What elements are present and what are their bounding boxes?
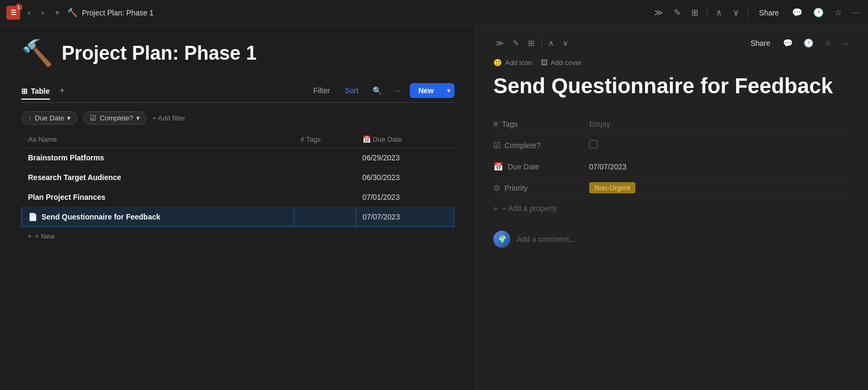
complete-filter-label: Complete? — [100, 114, 133, 122]
top-bar-right: ≫ ✎ ⊞ ∧ ∨ Share 💬 🕐 ☆ ··· — [652, 5, 862, 20]
right-share-button[interactable]: Share — [746, 37, 774, 50]
main-layout: 🔨 Project Plan: Phase 1 ⊞ Table + Filter… — [0, 26, 868, 390]
table-row[interactable]: Research Target Audience 06/30/2023 — [22, 168, 454, 188]
nav-next-button[interactable]: ∨ — [560, 36, 571, 50]
data-table: Aa Name # Tags 📅 Due Date Brainstorm Pla… — [21, 131, 454, 227]
add-icon-button[interactable]: 🙂 Add icon — [493, 59, 532, 67]
sort-button[interactable]: Sort — [341, 84, 363, 97]
property-label-complete: ☑ Complete? — [493, 141, 589, 150]
table-tab[interactable]: ⊞ Table — [21, 87, 50, 100]
expand-button[interactable]: ≫ — [493, 36, 506, 50]
new-button-group: New ▾ — [410, 83, 454, 98]
filter-button[interactable]: Filter — [309, 84, 334, 97]
row-doc-icon: 📄 — [28, 213, 37, 221]
comments-button[interactable]: 💬 — [790, 5, 805, 20]
view-button[interactable]: ⊞ — [526, 36, 537, 50]
right-star-button[interactable]: ☆ — [822, 36, 833, 50]
sort-icon: ↑ — [28, 114, 32, 122]
history-button[interactable]: 🕐 — [811, 5, 826, 20]
add-property-button[interactable]: + + Add a property — [493, 199, 557, 218]
nav-forward-button[interactable]: › — [38, 6, 47, 20]
right-panel-topbar: ≫ ✎ ⊞ ∧ ∨ Share 💬 🕐 ☆ ··· — [493, 36, 851, 50]
add-view-button[interactable]: + — [56, 84, 69, 98]
property-value-tags[interactable]: Empty — [589, 120, 851, 128]
left-panel: 🔨 Project Plan: Phase 1 ⊞ Table + Filter… — [0, 26, 476, 390]
detail-title: Send Questionnaire for Feedback — [493, 73, 851, 99]
star-button[interactable]: ☆ — [832, 5, 844, 20]
right-history-button[interactable]: 🕐 — [801, 36, 816, 50]
edit-icon-button[interactable]: ✎ — [672, 5, 683, 20]
add-filter-button[interactable]: + Add filter — [152, 114, 185, 122]
row-name-cell-selected: 📄 Send Questionnaire for Feedback — [22, 207, 294, 227]
property-row-tags: # Tags Empty — [493, 113, 851, 135]
top-bar: ☰ 1 ‹ › + 🔨 Project Plan: Phase 1 ≫ ✎ ⊞ … — [0, 0, 868, 26]
share-button[interactable]: Share — [755, 6, 783, 19]
top-bar-left: ☰ 1 ‹ › + 🔨 Project Plan: Phase 1 — [6, 6, 652, 20]
sidebar-toggle-button[interactable]: ≫ — [652, 5, 665, 20]
row-tags-cell — [294, 148, 356, 168]
edit-page-button[interactable]: ✎ — [510, 36, 522, 50]
add-new-icon: + — [28, 232, 32, 240]
add-new-row-button[interactable]: + + New — [21, 227, 454, 246]
search-button[interactable]: 🔍 — [369, 84, 385, 97]
due-date-filter-chevron: ▾ — [67, 114, 71, 122]
row-date-cell: 06/29/2023 — [356, 148, 454, 168]
right-panel: ≫ ✎ ⊞ ∧ ∨ Share 💬 🕐 ☆ ··· 🙂 Add icon 🖼 A… — [476, 26, 868, 390]
priority-badge: Non-Urgent — [589, 182, 635, 193]
right-topbar-left: ≫ ✎ ⊞ ∧ ∨ — [493, 36, 740, 50]
comment-section: 🌍 Add a comment... — [493, 231, 851, 248]
row-name-cell: Research Target Audience — [22, 168, 294, 188]
complete-filter-chevron: ▾ — [136, 114, 140, 122]
table-row[interactable]: Plan Project Finances 07/01/2023 — [22, 188, 454, 207]
complete-checkbox[interactable] — [589, 140, 598, 149]
table-row-selected[interactable]: 📄 Send Questionnaire for Feedback 07/07/… — [22, 207, 454, 227]
col-tags-header: # Tags — [294, 131, 356, 148]
property-label-tags: # Tags — [493, 119, 589, 128]
nav-down-button[interactable]: ∨ — [731, 5, 741, 20]
add-meta-row: 🙂 Add icon 🖼 Add cover — [493, 59, 851, 67]
divider — [707, 7, 707, 18]
page-main-title: Project Plan: Phase 1 — [62, 42, 257, 64]
nav-back-button[interactable]: ‹ — [24, 6, 34, 20]
new-item-button[interactable]: New — [410, 83, 442, 98]
row-name-cell: Plan Project Finances — [22, 188, 294, 207]
complete-prop-icon: ☑ — [493, 141, 500, 150]
due-date-filter-chip[interactable]: ↑ Due Date ▾ — [21, 111, 78, 125]
property-value-priority[interactable]: Non-Urgent — [589, 182, 851, 193]
add-cover-button[interactable]: 🖼 Add cover — [541, 59, 582, 67]
page-header: 🔨 Project Plan: Phase 1 — [21, 38, 454, 68]
priority-prop-icon: ⊙ — [493, 183, 500, 193]
comment-input[interactable]: Add a comment... — [517, 235, 575, 243]
table-header-row: Aa Name # Tags 📅 Due Date — [22, 131, 454, 148]
nav-up-button[interactable]: ∧ — [714, 5, 724, 20]
col-duedate-header: 📅 Due Date — [356, 131, 454, 148]
duedate-prop-icon: 📅 — [493, 162, 503, 172]
complete-filter-chip[interactable]: ☑ Complete? ▾ — [83, 111, 147, 125]
user-avatar: 🌍 — [493, 231, 510, 248]
row-name-cell: Brainstorm Platforms — [22, 148, 294, 168]
menu-button[interactable]: ☰ 1 — [6, 6, 20, 20]
notification-badge: 1 — [15, 4, 22, 11]
page-icon: 🔨 — [67, 7, 78, 18]
add-page-button[interactable]: + — [52, 6, 63, 20]
new-item-dropdown-button[interactable]: ▾ — [442, 83, 454, 98]
add-property-icon: + — [493, 204, 498, 213]
add-new-label: + New — [35, 232, 55, 240]
property-value-duedate[interactable]: 07/07/2023 — [589, 162, 851, 171]
col-name-header: Aa Name — [22, 131, 294, 148]
property-value-complete[interactable] — [589, 140, 851, 150]
row-date-cell: 06/30/2023 — [356, 168, 454, 188]
right-more-button[interactable]: ··· — [840, 37, 851, 50]
row-date-cell-selected: 07/07/2023 — [356, 207, 454, 227]
row-date-cell: 07/01/2023 — [356, 188, 454, 207]
right-divider — [541, 38, 542, 48]
nav-prev-button[interactable]: ∧ — [546, 36, 556, 50]
right-comments-button[interactable]: 💬 — [781, 36, 795, 50]
property-label-priority: ⊙ Priority — [493, 183, 589, 193]
layout-button[interactable]: ⊞ — [689, 5, 700, 20]
table-toolbar: ⊞ Table + Filter Sort 🔍 ··· New ▾ — [21, 83, 454, 103]
divider-2 — [748, 7, 748, 18]
more-options-button[interactable]: ··· — [850, 6, 862, 20]
table-row[interactable]: Brainstorm Platforms 06/29/2023 — [22, 148, 454, 168]
table-more-button[interactable]: ··· — [391, 84, 404, 97]
